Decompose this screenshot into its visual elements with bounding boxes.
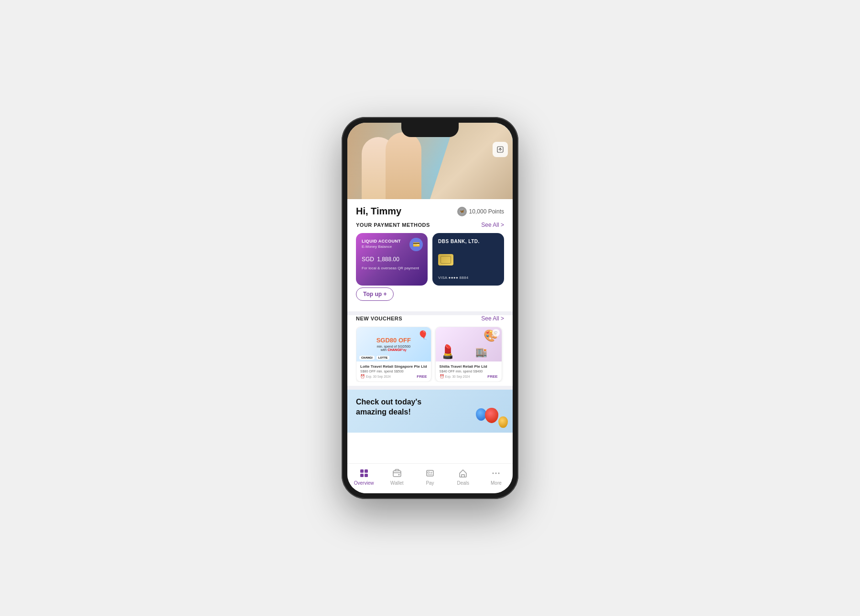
svg-point-7 xyxy=(398,474,399,476)
payment-methods-section: YOUR PAYMENT METHODS See All > LIQUID AC… xyxy=(347,222,513,311)
voucher-merchant-1: Lotte Travel Retail Singapore Pte Ltd xyxy=(360,364,427,369)
liquid-card[interactable]: LIQUID ACCOUNT E-Money Balance SGD 1,888… xyxy=(356,233,428,286)
greeting-row: Hi, Timmy 🦋 10,000 Points xyxy=(347,199,513,222)
liquid-card-footer: For local & overseas QR payment xyxy=(362,266,422,270)
section-divider-2 xyxy=(347,386,513,390)
svg-rect-4 xyxy=(360,474,364,477)
nav-item-pay[interactable]: Pay xyxy=(413,467,446,486)
svg-rect-2 xyxy=(360,469,364,473)
deals-decorations xyxy=(465,399,513,433)
voucher-image-1: SGD80 OFF min. spend of SGD500 with CHAN… xyxy=(356,327,431,361)
deals-banner[interactable]: Check out today'samazing deals! xyxy=(347,390,513,433)
dbs-visa-text: VISA ●●●● 8884 xyxy=(438,276,498,280)
voucher-exp-2: ⏰ Exp. 30 Sep 2024 xyxy=(440,374,470,379)
export-button[interactable] xyxy=(493,142,508,157)
nav-item-wallet[interactable]: Wallet xyxy=(380,467,413,486)
vouchers-title: NEW VOUCHERS xyxy=(356,316,402,321)
voucher-with-1: with CHANGIPay xyxy=(376,348,411,351)
voucher-footer-2: ⏰ Exp. 30 Sep 2024 FREE xyxy=(440,374,498,379)
voucher-price-1: FREE xyxy=(417,374,427,379)
liquid-card-currency: SGD xyxy=(362,256,374,263)
wallet-icon xyxy=(391,467,403,479)
balloon-icon: 🎈 xyxy=(418,330,428,340)
greeting-text: Hi, Timmy xyxy=(356,206,401,217)
vouchers-section: NEW VOUCHERS See All > SGD80 OFF min. sp… xyxy=(347,315,513,386)
payment-methods-see-all[interactable]: See All > xyxy=(481,222,504,228)
svg-point-13 xyxy=(493,473,494,474)
vouchers-see-all[interactable]: See All > xyxy=(481,315,504,322)
svg-point-14 xyxy=(495,473,497,474)
nav-item-more[interactable]: More xyxy=(480,467,513,486)
brand-logos: CHANGI LOTTE xyxy=(359,356,389,360)
dbs-card[interactable]: DBS BANK, LTD. VISA ●●●● 8884 xyxy=(432,233,504,286)
nav-item-overview[interactable]: Overview xyxy=(347,467,380,486)
nav-label-more: More xyxy=(491,480,502,486)
nav-label-pay: Pay xyxy=(426,480,434,486)
voucher-min-spend-1: min. spend of SGD500 xyxy=(376,345,411,348)
svg-rect-6 xyxy=(393,471,401,477)
brand-logo-2: LOTTE xyxy=(376,356,390,360)
voucher-image-2: 💄 🎨 🏬 ♡ xyxy=(436,327,502,361)
voucher-merchant-2: Shilla Travel Retail Pte Ltd xyxy=(440,364,498,369)
nav-label-overview: Overview xyxy=(354,480,374,486)
points-badge: 🦋 10,000 Points xyxy=(457,207,504,216)
content-scroll[interactable]: Hi, Timmy 🦋 10,000 Points YOUR PAYMENT M… xyxy=(347,199,513,463)
svg-point-15 xyxy=(498,473,500,474)
cosmetics-icon: 💄 xyxy=(440,344,456,360)
payment-cards-container: LIQUID ACCOUNT E-Money Balance SGD 1,888… xyxy=(356,233,504,286)
overview-icon xyxy=(358,467,370,479)
voucher-body-1: Lotte Travel Retail Singapore Pte Ltd S$… xyxy=(356,361,431,382)
bottom-nav: Overview Wallet xyxy=(347,463,513,493)
notch xyxy=(401,123,459,137)
vouchers-container: SGD80 OFF min. spend of SGD500 with CHAN… xyxy=(356,327,504,382)
bookmark-icon: ♡ xyxy=(492,329,500,337)
brand-logo-1: CHANGI xyxy=(359,356,375,360)
voucher-item[interactable]: SGD80 OFF min. spend of SGD500 with CHAN… xyxy=(356,327,431,382)
voucher-item[interactable]: 💄 🎨 🏬 ♡ Shilla Travel Retail Pte Ltd S$4… xyxy=(435,327,502,382)
balloon-red xyxy=(485,408,498,423)
payment-methods-header: YOUR PAYMENT METHODS See All > xyxy=(356,222,504,228)
dbs-card-title: DBS BANK, LTD. xyxy=(438,239,498,244)
liquid-card-amount: SGD 1,888.00 xyxy=(362,253,422,263)
dbs-chip xyxy=(438,254,453,266)
phone-frame: Hi, Timmy 🦋 10,000 Points YOUR PAYMENT M… xyxy=(342,117,518,499)
topup-button[interactable]: Top up + xyxy=(356,287,394,301)
voucher-desc-1: S$80 OFF min. spend S$500 xyxy=(360,370,427,373)
more-icon xyxy=(490,467,502,479)
balloon-yellow xyxy=(498,416,508,428)
voucher-price-2: FREE xyxy=(487,374,497,379)
liquid-card-icon: 💳 xyxy=(409,238,423,251)
nav-label-wallet: Wallet xyxy=(390,480,403,486)
svg-rect-3 xyxy=(365,469,368,473)
store-icon: 🏬 xyxy=(475,346,487,358)
liquid-card-amount-value: 1,888.00 xyxy=(377,256,399,263)
vouchers-header: NEW VOUCHERS See All > xyxy=(356,315,504,322)
payment-methods-title: YOUR PAYMENT METHODS xyxy=(356,222,430,228)
nav-item-deals[interactable]: Deals xyxy=(447,467,480,486)
svg-rect-9 xyxy=(428,472,430,473)
pay-icon xyxy=(424,467,436,479)
phone-screen: Hi, Timmy 🦋 10,000 Points YOUR PAYMENT M… xyxy=(347,123,513,493)
deals-icon xyxy=(457,467,469,479)
points-label: 10,000 Points xyxy=(469,208,504,215)
voucher-desc-2: S$40 OFF min. spend S$400 xyxy=(440,370,498,373)
voucher-exp-1: ⏰ Exp. 30 Sep 2024 xyxy=(360,374,391,379)
voucher-footer-1: ⏰ Exp. 30 Sep 2024 FREE xyxy=(360,374,427,379)
svg-rect-5 xyxy=(365,474,368,477)
points-icon: 🦋 xyxy=(457,207,467,216)
nav-label-deals: Deals xyxy=(457,480,469,486)
voucher-body-2: Shilla Travel Retail Pte Ltd S$40 OFF mi… xyxy=(436,361,502,382)
section-divider-1 xyxy=(347,311,513,315)
voucher-big-text-1: SGD80 OFF xyxy=(376,337,411,344)
